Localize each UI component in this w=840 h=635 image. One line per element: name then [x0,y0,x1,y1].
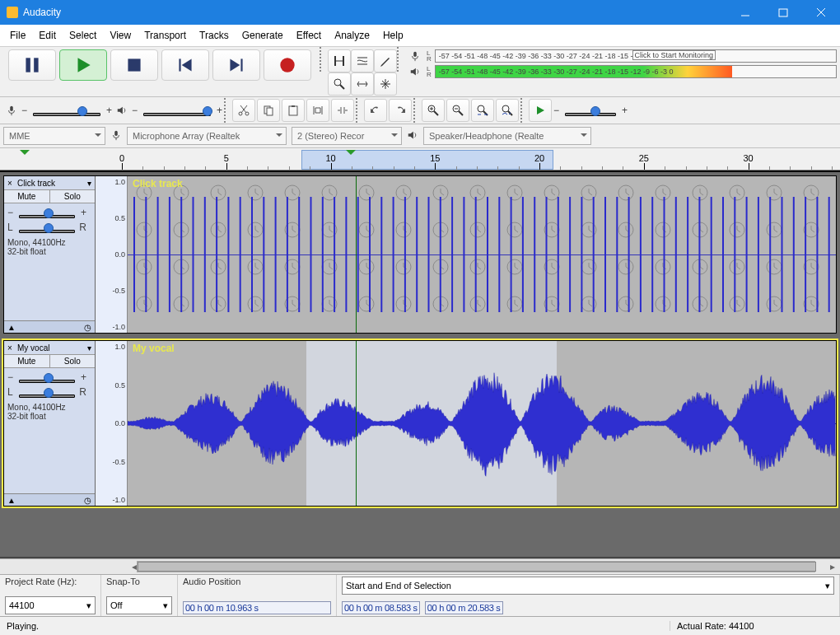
svg-rect-8 [179,58,180,71]
sync-lock-icon[interactable]: ◷ [84,323,91,332]
window-maximize-button[interactable] [764,0,802,25]
record-meter-mic-icon[interactable] [407,49,423,63]
record-button[interactable] [264,49,311,81]
menu-edit[interactable]: Edit [32,25,63,46]
secondary-toolbar: −+ −+ −+ [0,97,840,124]
fit-selection-button[interactable] [471,99,494,122]
track-menu-button[interactable]: ▾ [83,343,95,353]
input-device-combo[interactable]: Microphone Array (Realtek [127,127,287,145]
track-gain-slider[interactable]: −+ [7,207,86,218]
selection-start-value[interactable]: 00 h 00 m 08.583 s [342,601,420,614]
track-pan-slider[interactable]: LR [7,386,86,398]
track-close-button[interactable]: × [4,343,16,353]
svg-rect-17 [10,106,13,111]
sync-lock-icon[interactable]: ◷ [84,496,91,505]
track-header-click: × Click track ▾ Mute Solo −+ LR Mono, 44… [4,176,96,333]
svg-marker-35 [408,131,413,138]
audio-position-value[interactable]: 00 h 00 m 10.963 s [183,601,331,614]
app-icon [7,7,18,18]
selection-bar: Project Rate (Hz): 44100▾ Snap-To Off▾ A… [0,574,840,616]
track-menu-button[interactable]: ▾ [83,179,95,188]
svg-rect-22 [267,108,273,115]
selection-mode-combo[interactable]: Start and End of Selection▾ [342,577,834,595]
waveform-click[interactable]: Click track [128,176,836,333]
timeline-ruler[interactable]: 051015202530 [0,148,840,170]
track-name-label[interactable]: My vocal [16,343,83,353]
window-minimize-button[interactable] [726,0,764,25]
stop-button[interactable] [110,49,158,81]
menu-analyze[interactable]: Analyze [328,25,376,46]
horizontal-scrollbar[interactable]: ◂ ▸ [0,558,840,574]
menu-tracks[interactable]: Tracks [193,25,236,46]
playback-speed-slider[interactable]: −+ [553,105,628,116]
project-rate-combo[interactable]: 44100▾ [5,596,96,614]
mute-button[interactable]: Mute [4,355,50,367]
pause-button[interactable] [8,49,56,81]
selection-end-value[interactable]: 00 h 00 m 20.583 s [425,601,503,614]
track-gain-slider[interactable]: −+ [7,371,86,383]
undo-button[interactable] [364,99,387,122]
zoom-out-button[interactable] [446,99,469,122]
menu-generate[interactable]: Generate [236,25,290,46]
solo-button[interactable]: Solo [50,355,96,367]
envelope-tool[interactable] [351,49,374,72]
draw-tool[interactable] [374,49,397,72]
selection-tool[interactable] [328,49,351,72]
quick-play-head-icon[interactable] [20,150,30,160]
menu-select[interactable]: Select [63,25,103,46]
snap-to-combo[interactable]: Off▾ [106,596,172,614]
track-format-label: Mono, 44100Hz32-bit float [4,401,95,423]
trim-button[interactable] [306,99,329,122]
silence-button[interactable] [331,99,354,122]
cut-button[interactable] [232,99,255,122]
mute-button[interactable]: Mute [4,190,50,203]
collapse-icon[interactable]: ▲ [7,323,16,332]
multi-tool[interactable] [374,72,397,96]
playback-meter-speaker-icon[interactable] [407,64,423,79]
record-channels-combo[interactable]: 2 (Stereo) Recor [292,127,402,145]
playback-level-meter[interactable]: -57 -54 -51 -48 -45 -42 -39 -36 -33 -30 … [435,65,837,78]
skip-end-button[interactable] [212,49,260,81]
play-button[interactable] [59,49,107,81]
menu-transport[interactable]: Transport [138,25,193,46]
start-monitoring-label[interactable]: Click to Start Monitoring [632,50,716,60]
svg-rect-1 [779,9,787,16]
window-close-button[interactable] [802,0,840,25]
input-device-icon [110,129,122,143]
skip-start-button[interactable] [161,49,209,81]
track-click: × Click track ▾ Mute Solo −+ LR Mono, 44… [3,175,837,334]
record-meter-lr-label: LR [427,50,432,62]
status-bar: Playing. Actual Rate: 44100 [0,616,840,635]
window-titlebar: Audacity [0,0,840,25]
record-volume-slider[interactable]: −+ [21,105,112,116]
audio-host-combo[interactable]: MME [3,127,105,145]
menu-effect[interactable]: Effect [290,25,328,46]
solo-button[interactable]: Solo [50,190,96,203]
zoom-in-button[interactable] [422,99,445,122]
playback-volume-slider[interactable]: −+ [132,105,222,116]
menu-bar: File Edit Select View Transport Tracks G… [0,25,840,47]
menu-help[interactable]: Help [376,25,410,46]
collapse-icon[interactable]: ▲ [7,496,16,505]
vertical-scale[interactable]: 1.00.50.0-0.5-1.0 [96,176,128,333]
menu-view[interactable]: View [103,25,138,46]
waveform-vocal[interactable]: My vocal [128,341,836,506]
svg-line-28 [459,111,463,115]
track-close-button[interactable]: × [4,179,16,188]
track-name-label[interactable]: Click track [16,179,83,188]
redo-button[interactable] [389,99,412,122]
copy-button[interactable] [257,99,280,122]
track-pan-slider[interactable]: LR [7,222,86,233]
playback-speaker-icon [114,103,130,118]
record-level-meter[interactable]: -57 -54 -51 -48 -45 -42 -39 -36 -33 -30 … [435,49,837,63]
fit-project-button[interactable] [496,99,519,122]
svg-marker-10 [230,58,240,71]
paste-button[interactable] [282,99,305,122]
play-at-speed-button[interactable] [529,99,552,122]
output-device-combo[interactable]: Speaker/Headphone (Realte [423,127,591,145]
timeshift-tool[interactable] [351,72,374,96]
vertical-scale[interactable]: 1.00.50.0-0.5-1.0 [96,341,128,506]
snap-to-label: Snap-To [106,577,172,586]
menu-file[interactable]: File [3,25,32,46]
zoom-tool[interactable] [328,72,351,96]
